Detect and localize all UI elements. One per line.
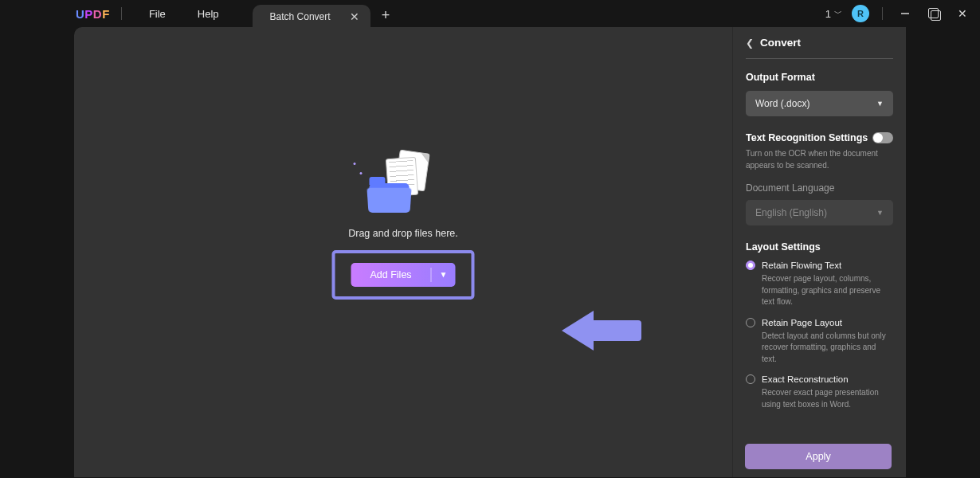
back-icon[interactable]: ❮ [746, 37, 754, 49]
radio-icon [746, 261, 755, 270]
arrow-annotation [562, 311, 641, 351]
chevron-down-icon: ﹀ [834, 8, 842, 19]
convert-panel: ❮ Convert Output Format Word (.docx) ▼ T… [732, 27, 906, 477]
tab-batch-convert[interactable]: Batch Convert ✕ [253, 5, 370, 29]
new-tab-button[interactable]: + [382, 7, 390, 24]
output-format-title: Output Format [746, 72, 893, 83]
menu-help[interactable]: Help [198, 8, 219, 20]
drop-canvas[interactable]: Drag and drop files here. Add Files ▼ [74, 27, 732, 477]
radio-label: Exact Reconstruction [762, 374, 849, 384]
opt2-help: Detect layout and columns but only recov… [762, 331, 893, 366]
panel-header: ❮ Convert [746, 37, 893, 59]
output-format-select[interactable]: Word (.docx) ▼ [746, 91, 893, 116]
document-language-value: English (English) [755, 207, 827, 218]
chevron-down-icon[interactable]: ▼ [432, 270, 456, 279]
ocr-toggle[interactable] [872, 132, 893, 143]
close-window-button[interactable]: ✕ [953, 4, 972, 23]
layout-settings-title: Layout Settings [746, 241, 893, 253]
ocr-help-text: Turn on the OCR when the document appear… [746, 148, 893, 171]
chevron-down-icon: ▼ [876, 209, 884, 217]
radio-icon [746, 374, 755, 384]
radio-retain-page-layout[interactable]: Retain Page Layout [746, 318, 893, 327]
app-logo: UPDF [76, 7, 110, 21]
drop-hint-text: Drag and drop files here. [331, 228, 474, 239]
radio-retain-flowing-text[interactable]: Retain Flowing Text [746, 261, 893, 270]
window-counter[interactable]: 1 ﹀ [825, 8, 842, 20]
add-files-button[interactable]: Add Files ▼ [351, 263, 455, 287]
close-tab-icon[interactable]: ✕ [350, 11, 359, 22]
text-recognition-title: Text Recognition Settings [746, 132, 868, 143]
divider [121, 7, 122, 20]
counter-value: 1 [825, 8, 831, 20]
panel-title: Convert [760, 37, 801, 49]
output-format-value: Word (.docx) [755, 98, 809, 109]
maximize-button[interactable] [924, 4, 943, 23]
apply-button[interactable]: Apply [745, 444, 892, 469]
chevron-down-icon: ▼ [876, 100, 884, 108]
folder-illustration [367, 151, 439, 217]
document-language-select: English (English) ▼ [746, 200, 893, 225]
document-language-title: Document Language [746, 182, 893, 194]
add-files-label: Add Files [351, 269, 430, 280]
user-avatar[interactable]: R [852, 5, 869, 22]
minimize-button[interactable] [896, 4, 915, 23]
opt1-help: Recover page layout, columns, formatting… [762, 273, 893, 308]
app-window: Drag and drop files here. Add Files ▼ ❮ … [74, 27, 906, 477]
tab-title: Batch Convert [270, 11, 331, 22]
radio-label: Retain Page Layout [762, 318, 842, 327]
title-bar: UPDF File Help Batch Convert ✕ + 1 ﹀ R ✕ [0, 0, 980, 27]
radio-label: Retain Flowing Text [762, 261, 841, 270]
opt3-help: Recover exact page presentation using te… [762, 387, 893, 410]
radio-icon [746, 318, 755, 327]
copies-icon [928, 8, 939, 19]
add-files-highlight: Add Files ▼ [331, 250, 474, 300]
menu-file[interactable]: File [149, 8, 166, 20]
drop-zone: Drag and drop files here. Add Files ▼ [331, 151, 474, 300]
divider [882, 7, 883, 20]
radio-exact-reconstruction[interactable]: Exact Reconstruction [746, 374, 893, 384]
